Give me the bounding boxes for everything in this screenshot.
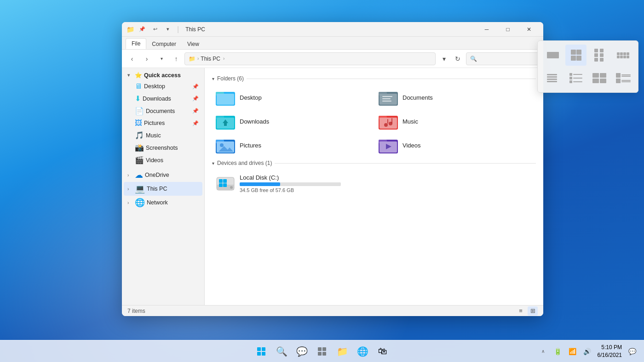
network-expand-icon: › — [127, 200, 133, 205]
folders-grid: Desktop Documents — [212, 86, 536, 156]
refresh-button[interactable]: ↻ — [451, 52, 464, 65]
folder-music-icon — [379, 113, 398, 130]
device-local-disk[interactable]: Local Disk (C:) 34.5 GB free of 57.6 GB — [212, 171, 536, 196]
svg-rect-40 — [318, 347, 322, 351]
drive-bar-bg — [240, 182, 341, 186]
tab-file[interactable]: File — [126, 38, 146, 49]
sidebar-item-downloads[interactable]: ⬇ Downloads 📌 — [124, 92, 202, 105]
folder-documents[interactable]: Documents — [375, 86, 536, 108]
layout-extra-large[interactable] — [541, 45, 563, 66]
pin-icon: 📌 — [192, 84, 199, 90]
layout-content[interactable] — [613, 68, 634, 89]
svg-rect-6 — [382, 96, 392, 97]
thispc-expand-icon: › — [127, 187, 133, 192]
layout-details[interactable] — [565, 68, 586, 89]
taskbar-store-button[interactable]: 🛍 — [374, 342, 392, 361]
layout-tiles[interactable] — [589, 68, 610, 89]
videos-icon: 🎬 — [135, 156, 144, 164]
status-bar: 7 items ≡ ⊞ — [122, 305, 543, 316]
close-button[interactable]: ✕ — [518, 22, 540, 37]
nav-end-buttons: ▾ ↻ — [437, 52, 464, 65]
tray-battery-icon[interactable]: 🔋 — [552, 345, 564, 358]
address-bar[interactable]: 📁 › This PC › — [184, 52, 436, 65]
svg-rect-39 — [262, 352, 265, 356]
qat-dropdown-btn[interactable]: ▾ — [162, 25, 173, 34]
content-pane: ▾ Folders (6) Desktop — [205, 68, 543, 305]
sidebar-item-pictures[interactable]: 🖼 Pictures 📌 — [124, 117, 202, 129]
thispc-icon: 💻 — [135, 184, 145, 194]
tab-view[interactable]: View — [182, 39, 205, 49]
svg-rect-43 — [322, 352, 326, 356]
address-folder-icon: 📁 — [189, 56, 196, 62]
taskbar-clock[interactable]: 5:10 PM 6/16/2021 — [598, 344, 622, 359]
taskbar-browser-button[interactable]: 🌐 — [353, 342, 372, 361]
layout-list[interactable] — [541, 68, 563, 89]
folder-icon: 📁 — [126, 25, 135, 34]
nav-forward-button[interactable]: › — [140, 52, 153, 65]
svg-rect-38 — [257, 352, 261, 356]
folders-toggle[interactable]: ▾ — [212, 76, 214, 81]
sidebar-item-documents[interactable]: 📄 Documents 📌 — [124, 105, 202, 117]
sidebar-item-quick-access[interactable]: ▾ ⭐ Quick access — [124, 70, 202, 80]
folder-videos-icon — [379, 137, 398, 153]
layout-medium[interactable] — [589, 45, 610, 66]
layout-small[interactable] — [613, 45, 634, 66]
qat-undo-btn[interactable]: ↩ — [150, 25, 161, 34]
drive-bar-fill — [240, 182, 280, 186]
svg-point-31 — [230, 186, 233, 189]
taskbar-widgets-button[interactable]: 💬 — [293, 342, 311, 361]
taskbar-multitask-button[interactable] — [313, 342, 331, 361]
folder-pictures-label: Pictures — [240, 142, 261, 149]
nav-back-button[interactable]: ‹ — [126, 52, 138, 65]
downloads-icon: ⬇ — [135, 94, 141, 103]
file-explorer-window: 📁 📌 ↩ ▾ | This PC ─ □ ✕ File Computer Vi… — [122, 22, 543, 316]
layout-large[interactable] — [565, 45, 586, 66]
tray-chevron-icon[interactable]: ∧ — [537, 345, 550, 358]
search-box[interactable]: 🔍 — [466, 52, 540, 65]
folder-desktop[interactable]: Desktop — [212, 86, 373, 108]
drive-size: 34.5 GB free of 57.6 GB — [240, 187, 341, 193]
sidebar-item-onedrive[interactable]: › ☁ OneDrive — [124, 168, 202, 182]
svg-rect-32 — [219, 179, 223, 183]
system-tray: ∧ 🔋 📶 🔊 — [537, 345, 594, 358]
notification-button[interactable]: 💬 — [626, 345, 638, 358]
svg-rect-41 — [322, 347, 326, 351]
start-button[interactable] — [252, 342, 270, 361]
svg-rect-19 — [391, 118, 392, 124]
sidebar-network-label: Network — [147, 199, 168, 206]
sidebar-videos-label: Videos — [146, 157, 163, 164]
nav-up-button[interactable]: ↑ — [170, 52, 183, 65]
taskbar-search-button[interactable]: 🔍 — [272, 342, 291, 361]
taskbar-file-explorer-button[interactable]: 📁 — [333, 342, 351, 361]
folder-music[interactable]: Music — [375, 110, 536, 132]
folder-pictures[interactable]: Pictures — [212, 134, 373, 156]
tray-network-icon[interactable]: 📶 — [566, 345, 579, 358]
tab-computer[interactable]: Computer — [146, 39, 182, 49]
sidebar-item-music[interactable]: 🎵 Music — [124, 129, 202, 141]
sidebar-item-this-pc[interactable]: › 💻 This PC — [124, 182, 202, 196]
sidebar-item-network[interactable]: › 🌐 Network — [124, 196, 202, 209]
svg-point-23 — [220, 143, 224, 147]
sidebar-onedrive-label: OneDrive — [145, 172, 169, 178]
folder-videos[interactable]: Videos — [375, 134, 536, 156]
address-dropdown-button[interactable]: ▾ — [437, 52, 450, 65]
nav-recent-button[interactable]: ▾ — [155, 52, 168, 65]
view-buttons: ≡ ⊞ — [516, 306, 538, 316]
minimize-button[interactable]: ─ — [476, 22, 497, 37]
sidebar-item-videos[interactable]: 🎬 Videos — [124, 154, 202, 166]
maximize-button[interactable]: □ — [497, 22, 518, 37]
nav-bar: ‹ › ▾ ↑ 📁 › This PC › ▾ ↻ 🔍 — [122, 50, 543, 68]
sidebar-documents-label: Documents — [146, 108, 175, 114]
folders-section-header: ▾ Folders (6) — [212, 75, 536, 84]
sidebar-item-screenshots[interactable]: 📸 Screenshots — [124, 141, 202, 154]
sidebar-item-desktop[interactable]: 🖥 Desktop 📌 — [124, 80, 202, 92]
details-view-button[interactable]: ≡ — [516, 306, 526, 316]
folder-downloads[interactable]: Downloads — [212, 110, 373, 132]
folders-divider — [247, 79, 536, 79]
tray-volume-icon[interactable]: 🔊 — [581, 345, 594, 358]
large-icons-view-button[interactable]: ⊞ — [528, 306, 538, 316]
layout-content-icon — [616, 73, 631, 83]
qat-pin-btn[interactable]: 📌 — [137, 25, 148, 34]
devices-toggle[interactable]: ▾ — [212, 161, 214, 166]
svg-rect-33 — [223, 179, 227, 183]
